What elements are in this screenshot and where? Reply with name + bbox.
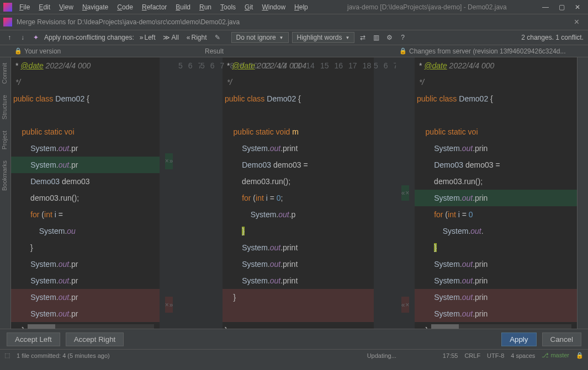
code-line[interactable]: * @date 2022/4/4 0004 [223, 57, 374, 74]
code-line[interactable]: System.out.print [223, 239, 374, 256]
highlight-combo[interactable]: Highlight words▼ [292, 32, 355, 43]
vcs-icon[interactable]: ⬚ [4, 352, 10, 359]
lock-icon[interactable]: 🔒 [576, 352, 584, 359]
sidebar-tab-bookmarks[interactable]: Bookmarks [0, 155, 9, 196]
next-change-icon[interactable]: ↓ [18, 33, 28, 42]
code-line[interactable]: System.out.p [223, 206, 374, 223]
code-line[interactable]: */ [415, 74, 577, 90]
code-line[interactable] [223, 107, 374, 124]
code-line[interactable]: Demo03 demo03 = [415, 157, 577, 173]
menu-view[interactable]: View [55, 2, 77, 12]
code-line[interactable]: System.out.pr [11, 157, 160, 173]
sidebar-tab-structure[interactable]: Structure [0, 89, 9, 125]
apply-all-button[interactable]: ≫ All [161, 33, 181, 42]
code-line[interactable]: */ [223, 74, 374, 90]
code-line[interactable]: for (int i = 0 [415, 206, 577, 223]
menu-run[interactable]: Run [195, 2, 215, 12]
code-line[interactable]: System.out.prin [415, 305, 577, 322]
menu-code[interactable]: Code [113, 2, 137, 12]
maximize-icon[interactable]: ▢ [559, 3, 565, 11]
accept-left-button[interactable]: Accept Left [7, 333, 60, 346]
code-line[interactable]: Demo03 demo03 = [223, 157, 374, 173]
cancel-button[interactable]: Cancel [542, 333, 582, 346]
code-line[interactable]: System.out.print [223, 256, 374, 272]
scrollbar-h[interactable] [28, 324, 154, 329]
wand-icon[interactable]: ✎ [213, 33, 223, 42]
code-line[interactable]: public static void m [223, 124, 374, 140]
code-line[interactable]: public class Demo02 { [11, 90, 160, 107]
apply-right-button[interactable]: « Right [184, 33, 209, 42]
code-line[interactable]: * @date 2022/4/4 000 [415, 57, 577, 74]
menu-help[interactable]: Help [290, 2, 312, 12]
code-line[interactable]: System.out.prin [415, 256, 577, 272]
scrollbar-h[interactable] [431, 324, 571, 329]
status-encoding[interactable]: UTF-8 [487, 352, 504, 359]
code-line[interactable]: for (int i = 0; [223, 190, 374, 206]
code-line[interactable]: public class Demo02 { [415, 90, 577, 107]
code-line[interactable]: public class Demo02 { [223, 90, 374, 107]
menu-build[interactable]: Build [172, 2, 194, 12]
accept-right-button[interactable]: Accept Right [66, 333, 124, 346]
code-line[interactable]: * @date 2022/4/4 000 [11, 57, 160, 74]
menu-navigate[interactable]: Navigate [78, 2, 112, 12]
code-line[interactable] [415, 107, 577, 124]
menu-window[interactable]: Window [258, 2, 289, 12]
prev-change-icon[interactable]: ↑ [4, 33, 14, 42]
code-line[interactable]: System.out.pr [11, 289, 160, 305]
change-marker[interactable]: «× [401, 185, 410, 201]
collapse-icon[interactable]: ⇄ [358, 33, 368, 42]
close-icon[interactable]: ✕ [575, 3, 580, 11]
menu-git[interactable]: Git [241, 2, 257, 12]
code-line[interactable]: System.out. [415, 223, 577, 239]
code-line[interactable]: System.out.prin [415, 289, 577, 305]
git-branch[interactable]: ⎇ master [542, 352, 569, 359]
sidebar-tab-commit[interactable]: Commit [0, 57, 9, 89]
code-line[interactable]: } [223, 289, 374, 305]
code-line[interactable]: demo03.run(); [415, 173, 577, 190]
code-line[interactable]: System.out.print [223, 272, 374, 289]
magic-icon[interactable]: ✦ [31, 33, 41, 42]
code-line[interactable] [223, 305, 374, 322]
change-marker[interactable]: ×» [165, 297, 173, 313]
code-line[interactable]: demo03.run(); [11, 190, 160, 206]
menu-tools[interactable]: Tools [216, 2, 240, 12]
code-line[interactable]: public static voi [11, 124, 160, 140]
code-line[interactable] [11, 107, 160, 124]
code-line[interactable]: } [11, 239, 160, 256]
apply-left-button[interactable]: » Left [137, 33, 158, 42]
menu-file[interactable]: File [15, 2, 34, 12]
code-line[interactable]: System.out.pr [11, 272, 160, 289]
code-line[interactable]: System.out.pr [11, 256, 160, 272]
menu-refactor[interactable]: Refactor [138, 2, 171, 12]
code-line[interactable]: System.out.prin [415, 190, 577, 206]
code-line[interactable]: } [415, 239, 577, 256]
minimize-icon[interactable]: ― [542, 3, 549, 11]
sidebar-tab-project[interactable]: Project [0, 125, 9, 155]
close-merge-icon[interactable]: × [574, 17, 579, 27]
code-line[interactable]: } [223, 322, 374, 329]
code-line[interactable]: public static voi [415, 124, 577, 140]
change-marker[interactable]: «× [401, 297, 410, 313]
pane-right[interactable]: «×«× * @date 2022/4/4 000 */public class… [396, 57, 577, 329]
code-line[interactable]: for (int i = [11, 206, 160, 223]
help-icon[interactable]: ? [398, 33, 407, 42]
pane-left[interactable]: * @date 2022/4/4 000 */public class Demo… [11, 57, 200, 329]
code-line[interactable]: demo03.run(); [223, 173, 374, 190]
code-line[interactable]: Demo03 demo03 [11, 173, 160, 190]
menu-edit[interactable]: Edit [35, 2, 54, 12]
pane-result[interactable]: 56789101112131415161718192021 * @date 20… [200, 57, 396, 329]
code-line[interactable]: */ [11, 74, 160, 90]
status-indent[interactable]: 4 spaces [511, 352, 535, 359]
change-marker[interactable]: ×» [165, 153, 173, 169]
ignore-combo[interactable]: Do not ignore▼ [231, 32, 289, 43]
code-line[interactable]: System.out.print [223, 140, 374, 157]
code-line[interactable]: System.out.pr [11, 140, 160, 157]
code-line[interactable]: System.ou [11, 223, 160, 239]
settings-icon[interactable]: ⚙ [384, 33, 394, 42]
code-line[interactable]: System.out.prin [415, 272, 577, 289]
code-line[interactable]: System.out.pr [11, 305, 160, 322]
code-line[interactable]: } [223, 223, 374, 239]
sync-scroll-icon[interactable]: ▥ [371, 33, 381, 42]
code-line[interactable]: System.out.prin [415, 140, 577, 157]
apply-button[interactable]: Apply [501, 333, 536, 346]
